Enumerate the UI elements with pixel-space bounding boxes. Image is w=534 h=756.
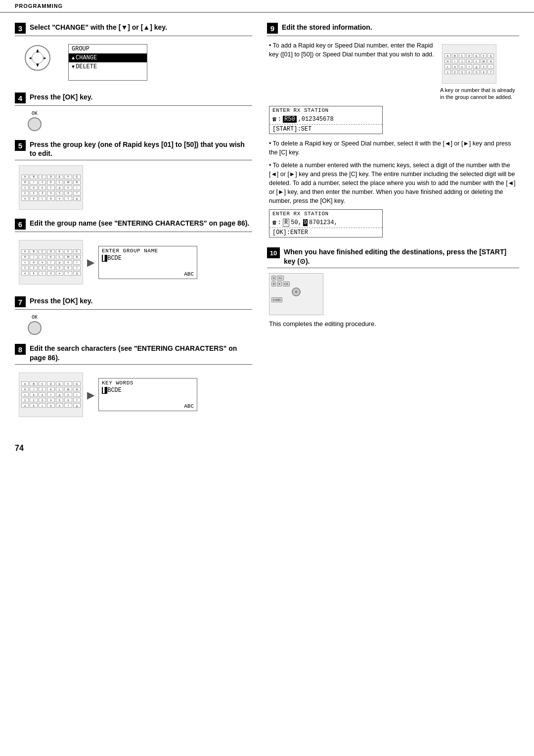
bullet1-text: • To add a Rapid key or Speed Dial numbe… bbox=[269, 41, 435, 59]
key: e bbox=[39, 260, 46, 265]
key: c bbox=[39, 271, 46, 276]
step-5-title: Press the group key (one of Rapid keys [… bbox=[30, 140, 252, 158]
key: i bbox=[73, 260, 81, 265]
step-7-title: Press the [OK] key. bbox=[30, 296, 92, 305]
key: i bbox=[73, 186, 81, 190]
key: N bbox=[73, 387, 81, 391]
keyboard-image-5: ABCDEFG HIJKLMN cdefghi 1234567 abcdefg bbox=[19, 165, 83, 210]
key: c bbox=[39, 196, 46, 201]
step-4-number: 4 bbox=[15, 93, 26, 103]
step10-start-key: ⊙ bbox=[292, 287, 301, 296]
keyboard-keys-5: ABCDEFG HIJKLMN cdefghi 1234567 abcdefg bbox=[19, 173, 83, 203]
screen-line-8-empty bbox=[102, 394, 194, 402]
screen-line-8-1: ▌BCDE bbox=[102, 386, 194, 394]
screen-title-6: ENTER GROUP NAME bbox=[102, 248, 194, 254]
keyboard-keys-6: ABCDEFG HIJKLMN cdefghi 1234567 abcdefg bbox=[19, 247, 83, 278]
key: M bbox=[481, 59, 487, 63]
key: g bbox=[56, 392, 63, 397]
step-3-content: ▲ ◄ ► ▼ GROUP ▲CHANGE ▼DELETE bbox=[15, 41, 252, 84]
key: M bbox=[64, 180, 72, 185]
left-column: 3 Select "CHANGE" with the [▼] or [▲] ke… bbox=[15, 23, 252, 429]
enter-rx-start-1: [START]:SET bbox=[269, 124, 382, 134]
key: f bbox=[64, 403, 72, 408]
key: 5 bbox=[473, 70, 480, 74]
step-3-header: 3 Select "CHANGE" with the [▼] or [▲] ke… bbox=[15, 23, 252, 36]
key: F bbox=[64, 175, 72, 179]
step-4-content: OK bbox=[15, 111, 252, 131]
bullet2-text: • To delete a Rapid key or Speed Dial nu… bbox=[269, 139, 519, 157]
key: 2 bbox=[30, 191, 37, 195]
step-8-header: 8 Edit the search characters (see "ENTER… bbox=[15, 344, 252, 364]
screen-line-6-1: ▌BCDE bbox=[102, 254, 194, 262]
step-10-complete-text: This completes the editing procedure. bbox=[269, 320, 519, 328]
key: c bbox=[21, 260, 29, 265]
key: 5 bbox=[56, 266, 63, 270]
enter-rx-phone-1: ☎ : R50 ,012345678 bbox=[269, 114, 382, 124]
key: D bbox=[47, 381, 54, 386]
key: J bbox=[39, 180, 46, 185]
key: H bbox=[445, 59, 451, 63]
key: c bbox=[21, 392, 29, 397]
step-5: 5 Press the group key (one of Rapid keys… bbox=[15, 140, 252, 210]
up-arrow-icon: ▲ bbox=[36, 48, 40, 53]
key: d bbox=[47, 403, 54, 408]
complete-text: This completes the editing procedure. bbox=[269, 320, 376, 328]
key: 5 bbox=[56, 398, 63, 402]
ok-circle bbox=[28, 117, 42, 131]
step-9: 9 Edit the stored information. • To add … bbox=[267, 23, 519, 237]
key: 1 bbox=[21, 398, 29, 402]
step-8-img-arrow: ABCDEFG HIJKLMN cdefghi 1234567 abcdefg … bbox=[17, 370, 252, 420]
key: h bbox=[64, 260, 72, 265]
step-4-title: Press the [OK] key. bbox=[30, 93, 92, 101]
right-column: 9 Edit the stored information. • To add … bbox=[267, 23, 519, 429]
rx50-num-2: 50, bbox=[291, 219, 302, 226]
key: K bbox=[47, 387, 54, 391]
key: 7 bbox=[488, 70, 494, 74]
step-10: 10 When you have finished editing the de… bbox=[267, 247, 519, 327]
key: I bbox=[30, 180, 37, 185]
step-6-header: 6 Edit the group name (see "ENTERING CHA… bbox=[15, 219, 252, 232]
key: K bbox=[47, 255, 54, 259]
cursor-block-8: ▌ bbox=[102, 387, 107, 394]
step-7-header: 7 Press the [OK] key. bbox=[15, 296, 252, 310]
key: f bbox=[47, 392, 54, 397]
step10-keyboard-image: 6 CL 9 # CA ⊙ D-END bbox=[269, 273, 323, 315]
key: g bbox=[73, 403, 81, 408]
key: J bbox=[459, 59, 465, 63]
key: L bbox=[56, 180, 63, 185]
key: f bbox=[64, 271, 72, 276]
step10-row3: ⊙ bbox=[271, 287, 321, 296]
key: a bbox=[21, 271, 29, 276]
key: d bbox=[30, 392, 37, 397]
key: e bbox=[459, 64, 465, 69]
step-9-bullet3-area: • To delete a number entered with the nu… bbox=[269, 161, 519, 206]
key: 7 bbox=[73, 191, 81, 195]
key: e bbox=[56, 271, 63, 276]
key: i bbox=[488, 64, 494, 69]
enter-rx-phone-2: ☎ : R 50, 9 8701234, bbox=[269, 218, 382, 228]
arrow-right-icon: ▶ bbox=[87, 256, 94, 268]
enter-rx-title-1: ENTER RX STATION bbox=[269, 106, 382, 114]
cursor-9-2: 9 bbox=[303, 219, 308, 226]
step-6-screen: ENTER GROUP NAME ▌BCDE ABC bbox=[98, 244, 197, 281]
phone-icon-2: ☎ bbox=[272, 219, 276, 227]
key: c bbox=[39, 403, 46, 408]
key: 2 bbox=[452, 70, 458, 74]
key: 2 bbox=[30, 398, 37, 402]
step-8-screen: KEY WORDS ▌BCDE ABC bbox=[98, 376, 197, 413]
key: E bbox=[56, 249, 63, 254]
key: a bbox=[21, 196, 29, 201]
key: g bbox=[73, 271, 81, 276]
menu-box: GROUP ▲CHANGE ▼DELETE bbox=[68, 44, 147, 81]
key: K bbox=[466, 59, 473, 63]
key: d bbox=[30, 186, 37, 190]
menu-arrow-up: ▲ bbox=[72, 55, 75, 61]
key: D bbox=[47, 249, 54, 254]
step-7-content: OK bbox=[15, 315, 252, 335]
step10-key-hash: # bbox=[277, 282, 281, 286]
key: E bbox=[56, 175, 63, 179]
step-9-content: • To add a Rapid key or Speed Dial numbe… bbox=[267, 41, 519, 237]
key: d bbox=[30, 260, 37, 265]
key: h bbox=[64, 186, 72, 190]
key: 1 bbox=[21, 266, 29, 270]
